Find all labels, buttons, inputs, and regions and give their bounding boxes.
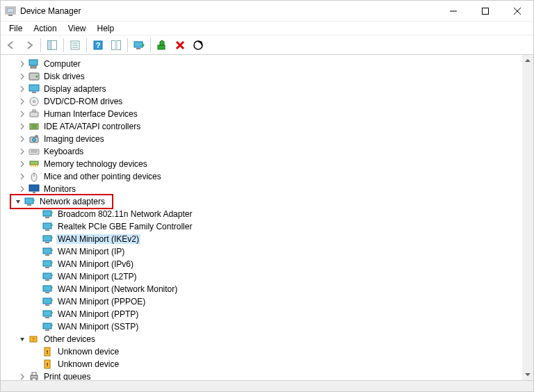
mouse-icon <box>29 171 40 182</box>
toolbar-action-button[interactable] <box>108 37 124 54</box>
expand-chevron-icon[interactable] <box>17 334 27 344</box>
status-bar <box>1 380 533 391</box>
memory-icon <box>29 158 40 170</box>
tree-item[interactable]: Memory technology devices <box>1 158 522 170</box>
toolbar-scan-button[interactable] <box>190 37 207 54</box>
imaging-icon <box>29 133 40 145</box>
tree-item-label: Unknown device <box>56 359 120 369</box>
toolbar-forward-button[interactable] <box>21 37 38 54</box>
toolbar-help-button[interactable]: ? <box>90 37 106 54</box>
tree-item-label: Monitors <box>42 184 77 194</box>
device-tree[interactable]: ComputerDisk drivesDisplay adaptersDVD/C… <box>1 55 522 380</box>
tree-item[interactable]: WAN Miniport (PPPOE) <box>1 295 522 308</box>
network-icon <box>42 296 54 307</box>
scroll-up-button[interactable] <box>522 55 533 66</box>
expand-chevron-icon <box>31 322 41 332</box>
menu-view[interactable]: View <box>63 22 92 35</box>
tree-item[interactable]: DVD/CD-ROM drives <box>1 95 522 108</box>
tree-item-label: Disk drives <box>42 72 86 81</box>
tree-item[interactable]: Disk drives <box>1 70 522 83</box>
toolbar-update-driver-button[interactable] <box>131 37 147 54</box>
tree-item[interactable]: WAN Miniport (Network Monitor) <box>1 283 522 295</box>
svg-rect-8 <box>48 40 51 49</box>
toolbar: ? <box>1 35 533 55</box>
tree-item[interactable]: Unknown device <box>1 358 522 370</box>
tree-item[interactable]: Keyboards <box>1 145 522 158</box>
display-icon <box>29 83 40 95</box>
maximize-button[interactable] <box>469 1 501 22</box>
tree-item[interactable]: Other devices <box>1 333 522 345</box>
expand-chevron-icon[interactable] <box>17 59 27 69</box>
window-title: Device Manager <box>20 6 437 16</box>
tree-item[interactable]: WAN Miniport (SSTP) <box>1 320 522 333</box>
annotation-highlight: Network adapters <box>10 194 113 209</box>
unknown-icon <box>42 359 54 370</box>
computer-icon <box>29 58 40 70</box>
tree-item-label: WAN Miniport (IKEv2) <box>56 234 140 244</box>
expand-chevron-icon[interactable] <box>17 97 27 106</box>
svg-text:?: ? <box>96 41 101 49</box>
expand-chevron-icon <box>31 309 41 319</box>
expand-chevron-icon <box>31 247 41 256</box>
tree-item[interactable]: Print queues <box>1 370 522 380</box>
expand-chevron-icon[interactable] <box>17 147 27 156</box>
toolbar-properties-button[interactable] <box>67 37 83 54</box>
tree-item-label: Display adapters <box>42 84 107 94</box>
expand-chevron-icon[interactable] <box>17 122 27 131</box>
tree-item[interactable]: Display adapters <box>1 83 522 95</box>
expand-chevron-icon[interactable] <box>17 84 27 94</box>
tree-item[interactable]: IDE ATA/ATAPI controllers <box>1 120 522 133</box>
expand-chevron-icon[interactable] <box>17 184 27 194</box>
tree-item[interactable]: WAN Miniport (IKEv2) <box>1 233 522 245</box>
tree-item[interactable]: WAN Miniport (IP) <box>1 245 522 258</box>
tree-item[interactable]: Realtek PCIe GBE Family Controller <box>1 220 522 233</box>
close-button[interactable] <box>501 1 533 22</box>
menu-help[interactable]: Help <box>92 22 120 35</box>
tree-item[interactable]: Network adapters <box>1 195 522 208</box>
expand-chevron-icon <box>31 297 41 307</box>
toolbar-uninstall-button[interactable] <box>172 37 188 54</box>
tree-item[interactable]: WAN Miniport (PPTP) <box>1 308 522 320</box>
window-controls <box>437 1 533 22</box>
network-icon <box>42 246 54 257</box>
toolbar-enable-button[interactable] <box>154 37 170 54</box>
expand-chevron-icon[interactable] <box>17 134 27 144</box>
minimize-button[interactable] <box>437 1 469 22</box>
network-icon <box>42 309 54 320</box>
tree-item-label: WAN Miniport (IP) <box>56 247 126 256</box>
expand-chevron-icon[interactable] <box>17 159 27 169</box>
expand-chevron-icon[interactable] <box>17 109 27 119</box>
tree-item[interactable]: Mice and other pointing devices <box>1 170 522 183</box>
menu-action[interactable]: Action <box>28 22 62 35</box>
network-icon <box>42 209 54 220</box>
toolbar-back-button[interactable] <box>3 37 19 54</box>
expand-chevron-icon[interactable] <box>13 197 23 206</box>
network-icon <box>42 271 54 282</box>
other-icon <box>29 334 40 345</box>
toolbar-separator <box>63 38 64 52</box>
tree-item[interactable]: Computer <box>1 58 522 70</box>
tree-item[interactable]: WAN Miniport (IPv6) <box>1 258 522 270</box>
svg-rect-4 <box>483 8 489 14</box>
tree-item-label: Realtek PCIe GBE Family Controller <box>56 222 193 231</box>
tree-item-label: Computer <box>42 59 82 69</box>
vertical-scrollbar[interactable] <box>522 55 533 380</box>
tree-item[interactable]: Broadcom 802.11n Network Adapter <box>1 208 522 220</box>
svg-point-22 <box>194 41 202 49</box>
tree-item[interactable]: Unknown device <box>1 345 522 358</box>
tree-item[interactable]: Human Interface Devices <box>1 108 522 120</box>
scroll-down-button[interactable] <box>522 369 533 380</box>
expand-chevron-icon[interactable] <box>17 172 27 181</box>
expand-chevron-icon <box>31 259 41 269</box>
tree-item[interactable]: Imaging devices <box>1 133 522 145</box>
toolbar-show-hide-tree-button[interactable] <box>44 37 60 54</box>
expand-chevron-icon[interactable] <box>17 72 27 81</box>
tree-item[interactable]: WAN Miniport (L2TP) <box>1 270 522 283</box>
svg-rect-2 <box>8 15 13 16</box>
expand-chevron-icon[interactable] <box>17 372 27 380</box>
expand-chevron-icon <box>31 234 41 244</box>
menu-file[interactable]: File <box>3 22 28 35</box>
network-icon <box>42 321 54 332</box>
tree-item-label: WAN Miniport (PPTP) <box>56 309 140 319</box>
tree-item-label: WAN Miniport (IPv6) <box>56 259 135 269</box>
